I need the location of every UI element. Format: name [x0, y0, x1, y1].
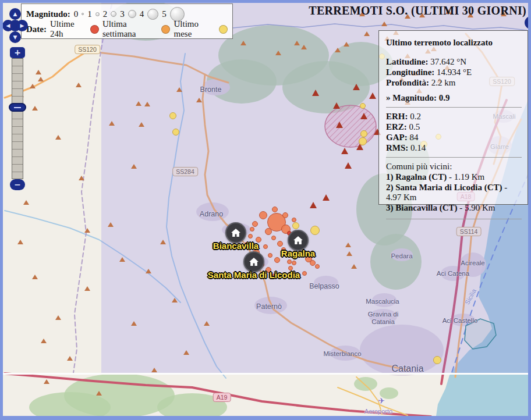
- earthquake-marker[interactable]: [360, 103, 366, 109]
- peak-marker: [76, 83, 82, 87]
- peak-marker: [36, 70, 41, 74]
- date-color-dot: [90, 25, 99, 34]
- magnitude-field: » Magnitudo: 0.9: [386, 93, 522, 103]
- zoom-slider-track[interactable]: [12, 58, 23, 179]
- earthquake-marker[interactable]: [169, 112, 176, 119]
- earthquake-marker[interactable]: [252, 221, 258, 227]
- earthquake-marker[interactable]: [292, 218, 296, 222]
- zoom-out-button[interactable]: −: [10, 179, 25, 190]
- zoom-slider-handle[interactable]: [9, 103, 26, 112]
- map-separator: [3, 373, 528, 375]
- peak-marker: [353, 84, 360, 90]
- date-item-label: Ultima settimana: [102, 19, 158, 39]
- field-label: ERZ:: [386, 122, 407, 131]
- peak-marker: [360, 113, 367, 119]
- home-marker-santa-maria-di-licodia[interactable]: [243, 251, 264, 272]
- house-icon: [230, 227, 242, 239]
- peak-marker: [96, 391, 102, 396]
- pan-left-button[interactable]: ◀: [2, 20, 14, 31]
- earthquake-marker[interactable]: [360, 130, 367, 137]
- panel-field: Longitudine: 14.934 °E: [386, 67, 522, 77]
- map-canvas[interactable]: BronteAdranoBelpassoPaternòPedaraMascalu…: [0, 0, 531, 420]
- earthquake-marker[interactable]: [263, 244, 268, 249]
- peak-marker: [108, 222, 114, 227]
- earthquake-marker[interactable]: [259, 211, 267, 219]
- earthquake-marker[interactable]: [287, 259, 292, 264]
- town-label: Aeroporto: [364, 408, 392, 415]
- panel-divider: [386, 107, 522, 108]
- magnitude-label: Magnitudo:: [26, 9, 70, 19]
- peak-marker: [323, 194, 330, 201]
- panzoom-control: ▲ ◀ ▶ ▼ + −: [1, 3, 29, 195]
- earthquake-marker[interactable]: [248, 234, 253, 239]
- earthquake-marker[interactable]: [302, 271, 307, 276]
- peak-marker: [294, 41, 300, 45]
- panel-field: ERH: 0.2: [386, 112, 522, 122]
- panel-field: GAP: 84: [386, 133, 522, 143]
- earthquake-marker[interactable]: [277, 241, 283, 247]
- earthquake-marker[interactable]: [265, 228, 272, 235]
- peak-marker: [151, 368, 157, 372]
- earthquake-marker[interactable]: [292, 261, 296, 265]
- comune-item: 2) Santa Maria di Licodia (CT) - 4.97 Km: [386, 183, 522, 202]
- magnitude-value: 3: [120, 9, 125, 19]
- earthquake-marker[interactable]: [271, 236, 276, 240]
- house-icon: [248, 256, 260, 268]
- legend-box: Magnitudo: 012345 Date: Ultime 24hUltima…: [21, 3, 233, 39]
- magnitude-ball: [147, 9, 158, 20]
- pan-down-button[interactable]: ▼: [9, 31, 21, 43]
- house-icon: [292, 234, 304, 246]
- earthquake-marker[interactable]: [359, 137, 367, 145]
- magnitude-ball: [95, 12, 100, 16]
- earthquake-marker[interactable]: [172, 129, 179, 136]
- earthquake-marker[interactable]: [310, 226, 320, 235]
- quality-fields: ERH: 0.2ERZ: 0.5GAP: 84RMS: 0.14: [386, 112, 522, 153]
- earthquake-marker[interactable]: [315, 264, 320, 269]
- comuni-header: Comuni più vicini:: [386, 162, 522, 172]
- peak-marker: [30, 84, 36, 88]
- earthquake-marker[interactable]: [250, 227, 254, 232]
- field-label: Profondità:: [386, 78, 429, 87]
- panel-header: Ultimo terremoto localizzato: [386, 38, 522, 48]
- panel-field: RMS: 0.14: [386, 143, 522, 153]
- earthquake-marker[interactable]: [282, 212, 288, 218]
- magnitude-ball: [82, 13, 84, 15]
- earthquake-marker[interactable]: [433, 356, 441, 364]
- peak-marker: [79, 176, 84, 180]
- peak-marker: [275, 51, 281, 55]
- magnitude-value: 2: [103, 9, 108, 19]
- info-panel: Ultimo terremoto localizzato Latitudine:…: [378, 30, 528, 205]
- date-color-dot: [219, 25, 228, 34]
- pan-up-button[interactable]: ▲: [9, 8, 21, 20]
- peak-marker: [109, 121, 115, 126]
- comune-name: 3) Biancavilla (CT): [386, 203, 458, 212]
- peak-marker: [369, 92, 376, 99]
- peak-marker: [144, 102, 150, 106]
- earthquake-marker[interactable]: [272, 207, 278, 212]
- peak-marker: [55, 315, 61, 320]
- panel-field: Profondità: 2.2 km: [386, 78, 522, 88]
- earthquake-marker[interactable]: [274, 257, 280, 263]
- date-label: Date:: [26, 24, 47, 34]
- peak-marker: [310, 202, 317, 208]
- peak-marker: [172, 298, 178, 302]
- peak-marker: [131, 164, 137, 169]
- peak-marker: [240, 41, 246, 45]
- field-label: Latitudine:: [386, 57, 429, 66]
- pan-right-button[interactable]: ▶: [16, 20, 28, 31]
- earthquake-marker[interactable]: [292, 222, 299, 229]
- date-item-label: Ultimo mese: [174, 19, 215, 39]
- peak-marker: [136, 101, 141, 106]
- comune-item: 1) Ragalna (CT) - 1.19 Km: [386, 172, 522, 182]
- peak-marker: [146, 269, 151, 273]
- peak-marker: [364, 31, 370, 36]
- home-marker-ragalna[interactable]: [288, 230, 309, 251]
- peak-marker: [381, 22, 387, 26]
- field-label: ERH:: [386, 112, 408, 121]
- home-marker-biancavilla[interactable]: [225, 222, 246, 243]
- location-fields: Latitudine: 37.642 °NLongitudine: 14.934…: [386, 57, 522, 88]
- comuni-list: 1) Ragalna (CT) - 1.19 Km2) Santa Maria …: [386, 172, 522, 213]
- earthquake-marker[interactable]: [268, 253, 272, 258]
- zoom-in-button[interactable]: +: [10, 47, 25, 58]
- peak-marker: [84, 286, 90, 291]
